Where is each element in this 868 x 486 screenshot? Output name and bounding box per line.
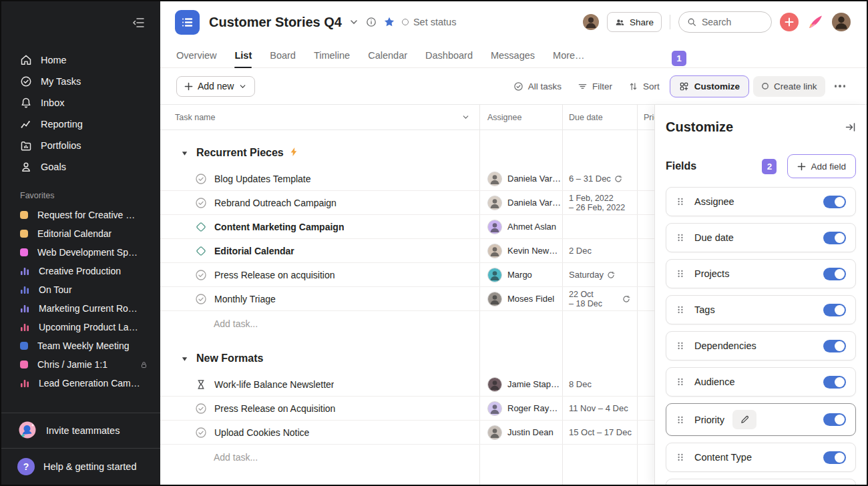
drag-handle-icon[interactable] [676, 269, 685, 278]
task-name[interactable]: Work-life Balance Newsletter [214, 379, 334, 390]
add-new-button[interactable]: Add new [176, 76, 255, 97]
due-date-cell[interactable]: 11 Nov – 4 Dec [562, 397, 637, 420]
drag-handle-icon[interactable] [676, 377, 685, 387]
drag-handle-icon[interactable] [676, 197, 685, 206]
field-toggle[interactable] [823, 268, 846, 280]
tab-more[interactable]: More… [553, 43, 585, 67]
favorite-item[interactable]: Chris / Jamie 1:1 [1, 355, 160, 374]
task-name-cell[interactable]: Blog Updates Template [160, 167, 479, 190]
search-input[interactable] [702, 17, 763, 27]
field-toggle[interactable] [823, 413, 846, 426]
approval-hourglass-icon[interactable] [195, 379, 207, 391]
milestone-diamond-icon[interactable] [195, 221, 207, 233]
drag-handle-icon[interactable] [676, 305, 685, 314]
search-box[interactable] [678, 11, 772, 33]
sidebar-item-reporting[interactable]: Reporting [1, 113, 160, 135]
filter-button[interactable]: Filter [572, 77, 618, 95]
tab-list[interactable]: List [234, 43, 252, 67]
assignee-cell[interactable]: Daniela Var… [479, 167, 562, 190]
task-check-icon[interactable] [195, 197, 207, 209]
more-options-icon[interactable] [829, 79, 851, 93]
priority-cell[interactable] [637, 421, 654, 444]
sidebar-item-my-tasks[interactable]: My Tasks [1, 71, 160, 92]
project-icon[interactable] [175, 10, 200, 35]
due-date-cell[interactable]: 2 Dec [562, 239, 637, 262]
sidebar-item-home[interactable]: Home [1, 49, 160, 71]
favorite-item[interactable]: Lead Generation Cam… [1, 374, 160, 393]
assignee-cell[interactable]: Kevin New… [479, 239, 562, 262]
share-button[interactable]: Share [607, 12, 662, 32]
column-header-task-name[interactable]: Task name [160, 105, 479, 130]
tab-timeline[interactable]: Timeline [314, 43, 350, 67]
task-name[interactable]: Press Release on acquisition [214, 270, 335, 280]
task-check-icon[interactable] [195, 173, 207, 185]
sidebar-item-portfolios[interactable]: Portfolios [1, 135, 160, 156]
drag-handle-icon[interactable] [676, 415, 685, 425]
drag-handle-icon[interactable] [676, 341, 685, 350]
tab-messages[interactable]: Messages [491, 43, 535, 67]
edit-field-pencil-icon[interactable] [732, 410, 756, 429]
task-name[interactable]: Editorial Calendar [214, 246, 294, 256]
favorite-item[interactable]: Marketing Current Ro… [1, 299, 160, 318]
task-name[interactable]: Blog Updates Template [214, 174, 311, 184]
field-toggle[interactable] [823, 451, 846, 464]
add-task-button[interactable]: Add task... [160, 445, 654, 469]
set-status-button[interactable]: Set status [402, 17, 456, 27]
chevron-down-icon[interactable] [461, 113, 470, 121]
due-date-cell[interactable]: 8 Dec [562, 373, 637, 396]
favorite-item[interactable]: Web Development Sp… [1, 243, 160, 262]
field-toggle[interactable] [823, 196, 846, 208]
sidebar-collapse-icon[interactable] [132, 16, 146, 29]
task-name-cell[interactable]: Press Release on acquisition [160, 263, 479, 286]
assignee-cell[interactable]: Moses Fidel [479, 287, 562, 310]
task-name-cell[interactable]: Monthly Triage [160, 287, 479, 310]
create-link-button[interactable]: Create link [753, 76, 825, 97]
task-name-cell[interactable]: Rebrand Outreach Campaign [160, 191, 479, 214]
task-name-cell[interactable]: Press Release on Acquisition [160, 397, 479, 420]
sidebar-item-inbox[interactable]: Inbox [1, 92, 160, 113]
task-row[interactable]: Blog Updates TemplateDaniela Var…6 – 31 … [160, 167, 654, 191]
field-toggle[interactable] [823, 340, 846, 352]
favorite-item[interactable]: On Tour [1, 280, 160, 299]
priority-cell[interactable] [637, 191, 654, 214]
field-toggle[interactable] [823, 232, 846, 244]
tab-overview[interactable]: Overview [176, 43, 216, 67]
add-field-button[interactable]: Add field [787, 154, 856, 178]
due-date-cell[interactable] [562, 215, 637, 238]
tab-calendar[interactable]: Calendar [368, 43, 407, 67]
due-date-cell[interactable]: 15 Oct – 17 Dec [562, 421, 637, 444]
task-check-icon[interactable] [195, 293, 207, 305]
favorite-item[interactable]: Request for Creative … [1, 206, 160, 224]
priority-cell[interactable] [637, 397, 654, 420]
assignee-cell[interactable]: Daniela Var… [479, 191, 562, 214]
caret-down-icon[interactable] [181, 150, 188, 157]
favorite-item[interactable]: Upcoming Product La… [1, 318, 160, 336]
task-name-cell[interactable]: Work-life Balance Newsletter [160, 373, 479, 396]
task-name[interactable]: Monthly Triage [214, 294, 276, 304]
customize-button[interactable]: Customize [670, 75, 749, 97]
caret-down-icon[interactable] [181, 355, 188, 362]
task-name[interactable]: Press Release on Acquisition [214, 403, 335, 414]
assignee-cell[interactable]: Ahmet Aslan [479, 215, 562, 238]
task-row[interactable]: Press Release on acquisitionMargoSaturda… [160, 263, 654, 287]
milestone-diamond-icon[interactable] [195, 245, 207, 257]
due-date-cell[interactable]: Saturday [562, 263, 637, 286]
priority-cell[interactable] [637, 373, 654, 396]
panel-collapse-icon[interactable] [845, 121, 856, 133]
column-header-due-date[interactable]: Due date [562, 105, 637, 130]
column-header-priority[interactable]: Priority [637, 105, 654, 130]
project-menu-chevron-icon[interactable] [349, 17, 359, 27]
sidebar-item-goals[interactable]: Goals [1, 156, 160, 178]
task-check-icon[interactable] [195, 427, 207, 439]
task-name[interactable]: Rebrand Outreach Campaign [214, 198, 337, 208]
task-name[interactable]: Content Marketing Campaign [214, 222, 344, 232]
favorite-item[interactable]: Creative Production [1, 262, 160, 280]
celebration-creature-icon[interactable] [807, 13, 824, 31]
create-button[interactable] [780, 13, 799, 31]
due-date-cell[interactable]: 1 Feb, 2022– 26 Feb, 2022 [562, 191, 637, 214]
task-check-icon[interactable] [195, 269, 207, 281]
user-avatar[interactable] [832, 13, 851, 31]
member-avatar[interactable] [583, 14, 599, 30]
assignee-cell[interactable]: Margo [479, 263, 562, 286]
task-row[interactable]: Rebrand Outreach CampaignDaniela Var…1 F… [160, 191, 654, 215]
